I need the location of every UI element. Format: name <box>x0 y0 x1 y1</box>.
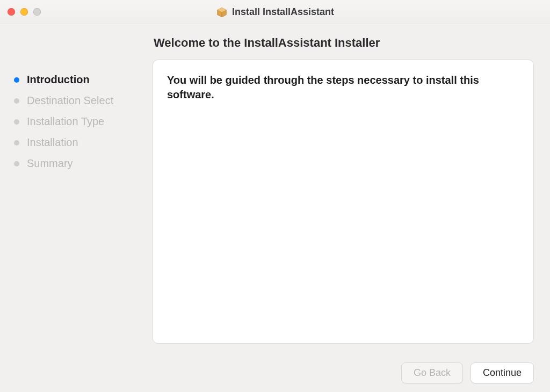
window-body: Introduction Destination Select Installa… <box>0 24 550 353</box>
main-panel: Welcome to the InstallAssistant Installe… <box>153 36 534 344</box>
step-label: Introduction <box>27 74 90 86</box>
step-label: Summary <box>27 157 73 170</box>
step-bullet-icon <box>14 140 19 146</box>
window-maximize-button[interactable] <box>33 8 41 16</box>
step-label: Installation <box>27 136 78 149</box>
titlebar-title-text: Install InstallAssistant <box>232 6 334 18</box>
continue-button[interactable]: Continue <box>471 362 534 383</box>
footer: Go Back Continue <box>0 353 550 392</box>
window-close-button[interactable] <box>8 8 15 16</box>
step-bullet-icon <box>14 119 19 125</box>
step-bullet-icon <box>14 161 19 166</box>
content-panel: You will be guided through the steps nec… <box>153 60 534 344</box>
step-bullet-icon <box>14 77 19 83</box>
page-heading: Welcome to the InstallAssistant Installe… <box>154 36 534 50</box>
window-minimize-button[interactable] <box>20 8 28 16</box>
step-introduction: Introduction <box>12 69 153 90</box>
go-back-button[interactable]: Go Back <box>401 362 463 383</box>
titlebar-title: Install InstallAssistant <box>216 6 334 18</box>
step-installation-type: Installation Type <box>12 111 153 132</box>
steps-list: Introduction Destination Select Installa… <box>12 69 153 174</box>
content-text: You will be guided through the steps nec… <box>167 73 519 102</box>
step-label: Installation Type <box>27 115 104 128</box>
package-icon <box>216 6 228 18</box>
step-summary: Summary <box>12 153 153 174</box>
titlebar: Install InstallAssistant <box>0 0 550 24</box>
installer-window: Install InstallAssistant Introduction De… <box>0 0 550 392</box>
step-bullet-icon <box>14 98 19 104</box>
step-label: Destination Select <box>27 95 113 107</box>
step-installation: Installation <box>12 132 153 153</box>
window-controls <box>8 8 41 16</box>
steps-sidebar: Introduction Destination Select Installa… <box>12 36 153 344</box>
step-destination-select: Destination Select <box>12 90 153 111</box>
